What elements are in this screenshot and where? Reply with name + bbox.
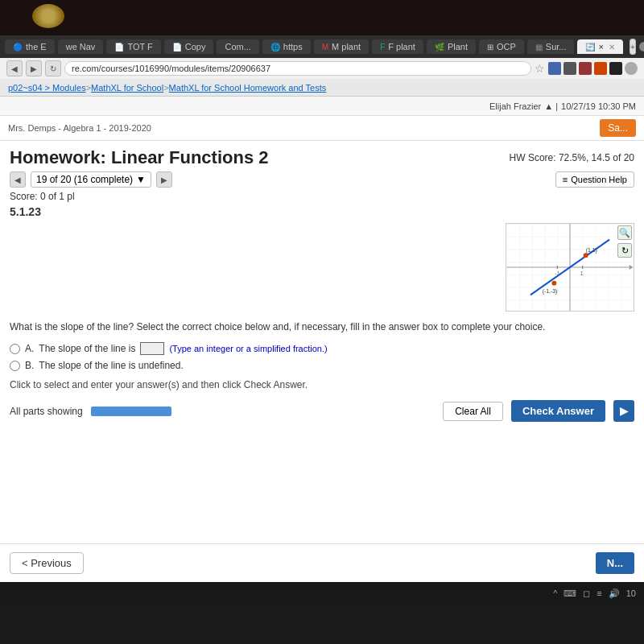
graph-area: (-1,-3) (1,1) -1 1 🔍 ↻: [506, 223, 634, 312]
course-name: Mrs. Demps - Algebra 1 - 2019-2020: [8, 123, 151, 133]
tab-ocp[interactable]: ⊞ OCP: [479, 39, 524, 54]
score-value: Score: 0 of 1 pl: [10, 191, 75, 202]
tab-mplant[interactable]: M M plant: [314, 39, 369, 54]
question-help-button[interactable]: ≡ Question Help: [555, 171, 634, 188]
breadcrumb: p02~s04 > Modules > MathXL for School > …: [0, 79, 644, 97]
tab-plant[interactable]: 🌿 Plant: [427, 39, 476, 54]
volume-icon: 🔊: [609, 588, 620, 599]
score-line: Score: 0 of 1 pl: [10, 191, 634, 202]
tab-sur[interactable]: ▦ Sur...: [527, 39, 575, 54]
username: Elijah Frazier: [489, 101, 541, 111]
click-instruction: Click to select and enter your answer(s)…: [10, 379, 634, 390]
question-selector[interactable]: 19 of 20 (16 complete) ▼: [31, 171, 151, 188]
datetime: 10/27/19 10:30 PM: [561, 101, 636, 111]
extension-icons: [548, 62, 638, 75]
check-answer-button[interactable]: Check Answer: [511, 400, 605, 422]
bottom-nav: < Previous N...: [0, 543, 644, 582]
tab-totf[interactable]: 📄 TOT F: [106, 39, 160, 54]
tab-wenav[interactable]: we Nav: [58, 39, 104, 54]
svg-text:-1: -1: [555, 270, 559, 276]
tab-copy[interactable]: 📄 Copy: [164, 39, 214, 54]
bottom-action-bar: All parts showing Clear All Check Answer…: [10, 395, 634, 427]
question-area: (-1,-3) (1,1) -1 1 🔍 ↻: [10, 223, 634, 312]
progress-bar: [91, 407, 171, 416]
question-nav-row: ◀ 19 of 20 (16 complete) ▼ ▶ ≡ Question …: [10, 171, 634, 188]
clock: 10: [626, 588, 636, 598]
list-icon: ≡: [563, 175, 568, 184]
refresh-button[interactable]: ↻: [45, 60, 61, 76]
prev-question-button[interactable]: ◀: [10, 171, 26, 188]
breadcrumb-homework[interactable]: MathXL for School Homework and Tests: [169, 83, 327, 93]
taskbar: ^ ⌨ ◻ ≡ 🔊 10: [0, 582, 644, 605]
graph-zoom-button[interactable]: 🔍: [617, 225, 632, 240]
forward-button[interactable]: ▶: [26, 60, 42, 76]
svg-point-7: [584, 253, 588, 258]
option-b-text: The slope of the line is undefined.: [39, 360, 183, 371]
next-page-button[interactable]: N...: [596, 552, 634, 574]
system-tray-icon-up: ^: [553, 588, 557, 598]
breadcrumb-mathxl[interactable]: MathXL for School: [91, 83, 163, 93]
tab-bar: 🔵 the E we Nav 📄 TOT F 📄 Copy Com... 🌐 h…: [0, 35, 644, 58]
homework-title: Homework: Linear Functions 2: [10, 147, 269, 168]
keyboard-icon: ⌨: [564, 588, 576, 599]
dropdown-arrow-icon: ▼: [136, 174, 146, 185]
next-question-button[interactable]: ▶: [156, 171, 172, 188]
fraction-hint: (Type an integer or a simplified fractio…: [169, 344, 327, 353]
question-text-area: [10, 223, 497, 312]
question-instruction: What is the slope of the line? Select th…: [10, 320, 634, 334]
radio-option-b[interactable]: [10, 361, 20, 371]
breadcrumb-modules[interactable]: p02~s04 > Modules: [8, 83, 86, 93]
system-tray: ^ ⌨ ◻ ≡ 🔊 10: [553, 588, 636, 599]
bookmark-icon[interactable]: ☆: [535, 62, 545, 75]
previous-button[interactable]: < Previous: [10, 552, 84, 574]
hw-score: HW Score: 72.5%, 14.5 of 20: [510, 152, 634, 163]
tab-com[interactable]: Com...: [217, 39, 258, 54]
address-bar[interactable]: re.com/courses/1016990/modules/items/209…: [64, 61, 531, 76]
svg-text:(1,1): (1,1): [586, 247, 597, 254]
save-button[interactable]: Sa...: [600, 119, 636, 137]
svg-text:(-1,-3): (-1,-3): [543, 288, 558, 295]
minimize-button[interactable]: [639, 42, 644, 52]
graph-refresh-button[interactable]: ↻: [617, 243, 632, 258]
network-icon: ≡: [597, 588, 601, 598]
answer-input-box[interactable]: [140, 342, 164, 355]
svg-text:1: 1: [580, 270, 584, 276]
radio-option-a[interactable]: [10, 344, 20, 354]
answer-option-a: A. The slope of the line is (Type an int…: [10, 342, 634, 355]
clear-all-button[interactable]: Clear All: [443, 402, 503, 421]
new-tab-button[interactable]: +: [630, 39, 636, 55]
question-number: 5.1.23: [10, 205, 634, 218]
option-b-label: B.: [25, 360, 34, 371]
display-icon: ◻: [583, 588, 590, 599]
tab-active[interactable]: 🔄 × ✕: [577, 39, 622, 54]
next-arrow-button[interactable]: ▶: [613, 400, 634, 422]
answer-option-b: B. The slope of the line is undefined.: [10, 360, 634, 371]
svg-point-6: [551, 281, 556, 286]
back-button[interactable]: ◀: [6, 60, 23, 76]
option-a-label: A.: [25, 343, 34, 354]
tab-the-e[interactable]: 🔵 the E: [5, 39, 55, 54]
main-content: Homework: Linear Functions 2 HW Score: 7…: [0, 141, 644, 543]
course-header: Mrs. Demps - Algebra 1 - 2019-2020 Sa...: [0, 116, 644, 141]
tab-fplant[interactable]: F F plant: [372, 39, 423, 54]
browser-toolbar: ◀ ▶ ↻ re.com/courses/1016990/modules/ite…: [0, 58, 644, 79]
option-a-text: The slope of the line is: [39, 343, 135, 354]
homework-title-row: Homework: Linear Functions 2 HW Score: 7…: [10, 147, 634, 168]
all-parts-label: All parts showing: [10, 406, 83, 417]
user-bar: Elijah Frazier ▲ | 10/27/19 10:30 PM: [0, 97, 644, 116]
tab-https[interactable]: 🌐 https: [262, 39, 311, 54]
